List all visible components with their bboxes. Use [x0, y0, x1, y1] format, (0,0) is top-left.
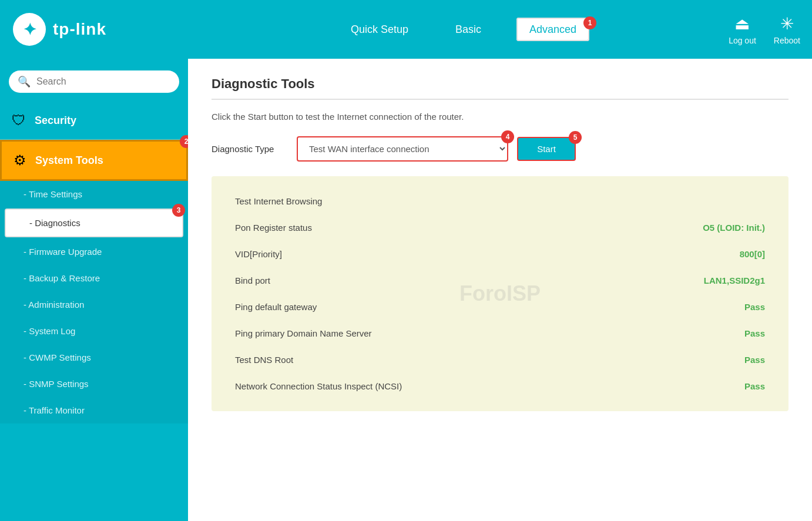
badge-4: 4 — [501, 130, 514, 143]
diagnostics-container: - Diagnostics 3 — [0, 209, 188, 237]
search-box[interactable]: 🔍 — [9, 70, 179, 93]
result-value-5: Pass — [744, 328, 765, 338]
sidebar-item-system-tools-label: System Tools — [35, 154, 103, 167]
system-tools-container: ⚙ System Tools 2 — [0, 140, 188, 181]
logo-text: tp-link — [53, 20, 106, 39]
result-row-1: Pon Register status O5 (LOID: Init.) — [223, 214, 777, 241]
result-label-7: Network Connection Status Inspect (NCSI) — [235, 381, 402, 391]
diagnostic-type-label: Diagnostic Type — [212, 144, 288, 154]
sidebar-item-snmp-settings[interactable]: - SNMP Settings — [0, 371, 188, 397]
reboot-icon: ✳ — [780, 14, 794, 33]
result-value-1: O5 (LOID: Init.) — [703, 223, 765, 233]
system-tools-icon: ⚙ — [14, 152, 26, 169]
search-input[interactable] — [36, 76, 170, 87]
sidebar-item-administration[interactable]: - Administration — [0, 291, 188, 318]
result-row-2: VID[Priority] 800[0] — [223, 241, 777, 267]
result-value-3: LAN1,SSID2g1 — [704, 275, 765, 285]
diagnostic-type-row: Diagnostic Type Test WAN interface conne… — [212, 136, 788, 162]
tplink-logo-icon: ✦ — [12, 12, 47, 47]
sidebar-item-time-settings[interactable]: - Time Settings — [0, 181, 188, 207]
description: Click the Start button to test the Inter… — [212, 112, 788, 122]
main-layout: 🔍 🛡 Security ⚙ System Tools 2 - Time Set… — [0, 59, 812, 521]
results-container: ForoISP Test Internet Browsing Pon Regis… — [212, 176, 788, 411]
result-row-3: Bind port LAN1,SSID2g1 — [223, 267, 777, 294]
logout-button[interactable]: ⏏ Log out — [729, 14, 756, 45]
reboot-button[interactable]: ✳ Reboot — [774, 14, 800, 45]
result-label-5: Ping primary Domain Name Server — [235, 328, 372, 338]
start-button[interactable]: Start — [517, 137, 576, 161]
sidebar: 🔍 🛡 Security ⚙ System Tools 2 - Time Set… — [0, 59, 188, 521]
result-row-6: Test DNS Root Pass — [223, 347, 777, 373]
result-row-7: Network Connection Status Inspect (NCSI)… — [223, 373, 777, 399]
badge-5: 5 — [569, 131, 582, 144]
sub-menu: - Time Settings - Diagnostics 3 - Firmwa… — [0, 181, 188, 423]
reboot-label: Reboot — [774, 36, 800, 45]
sidebar-item-system-tools[interactable]: ⚙ System Tools — [0, 140, 188, 181]
diagnostic-select-container: Test WAN interface connection Test Inter… — [297, 136, 508, 162]
tab-advanced[interactable]: Advanced — [516, 18, 589, 41]
top-navigation: ✦ tp-link Quick Setup Basic Advanced 1 ⏏… — [0, 0, 812, 59]
sidebar-item-traffic-monitor[interactable]: - Traffic Monitor — [0, 397, 188, 423]
result-value-4: Pass — [744, 302, 765, 312]
result-label-2: VID[Priority] — [235, 249, 282, 259]
tab-basic[interactable]: Basic — [444, 19, 493, 41]
result-value-7: Pass — [744, 381, 765, 391]
security-icon: 🛡 — [12, 112, 26, 129]
start-button-container: Start 5 — [517, 137, 576, 161]
logo-area: ✦ tp-link — [12, 12, 200, 47]
logout-icon: ⏏ — [734, 14, 750, 33]
svg-text:✦: ✦ — [23, 21, 36, 39]
sidebar-item-system-log[interactable]: - System Log — [0, 318, 188, 344]
nav-actions: ⏏ Log out ✳ Reboot — [729, 14, 800, 45]
content-area: Diagnostic Tools Click the Start button … — [188, 59, 812, 521]
result-label-3: Bind port — [235, 275, 270, 285]
tab-quick-setup[interactable]: Quick Setup — [339, 19, 420, 41]
sidebar-item-security[interactable]: 🛡 Security — [0, 102, 188, 140]
sidebar-item-firmware-upgrade[interactable]: - Firmware Upgrade — [0, 238, 188, 265]
result-label-4: Ping default gateway — [235, 302, 317, 312]
logout-label: Log out — [729, 36, 756, 45]
result-value-6: Pass — [744, 355, 765, 365]
search-icon: 🔍 — [18, 75, 31, 88]
nav-tabs: Quick Setup Basic Advanced 1 — [200, 19, 729, 41]
result-row-4: Ping default gateway Pass — [223, 294, 777, 320]
result-label-1: Pon Register status — [235, 223, 312, 233]
sidebar-item-backup-restore[interactable]: - Backup & Restore — [0, 265, 188, 291]
results-table: ForoISP Test Internet Browsing Pon Regis… — [212, 176, 788, 411]
tab-advanced-container: Advanced 1 — [516, 23, 589, 36]
sidebar-item-cwmp-settings[interactable]: - CWMP Settings — [0, 344, 188, 371]
result-label-6: Test DNS Root — [235, 355, 293, 365]
sidebar-item-security-label: Security — [35, 115, 76, 127]
result-value-2: 800[0] — [740, 249, 765, 259]
result-row-0: Test Internet Browsing — [223, 188, 777, 214]
diagnostic-type-select[interactable]: Test WAN interface connection Test Inter… — [297, 136, 508, 162]
sidebar-item-diagnostics[interactable]: - Diagnostics — [5, 209, 183, 237]
result-label-0: Test Internet Browsing — [235, 196, 322, 206]
result-row-5: Ping primary Domain Name Server Pass — [223, 320, 777, 347]
page-title: Diagnostic Tools — [212, 76, 788, 100]
badge-3: 3 — [172, 204, 185, 217]
badge-1: 1 — [583, 16, 596, 29]
